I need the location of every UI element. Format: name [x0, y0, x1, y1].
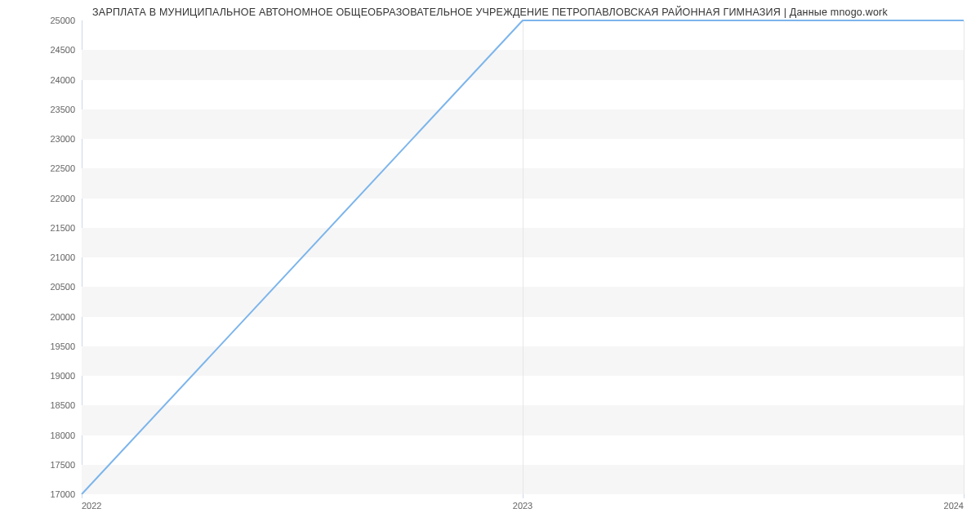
chart-title: ЗАРПЛАТА В МУНИЦИПАЛЬНОЕ АВТОНОМНОЕ ОБЩЕ…	[0, 7, 980, 18]
y-tick-label: 19500	[50, 341, 75, 351]
y-tick-label: 24500	[50, 45, 75, 55]
y-tick-label: 20500	[50, 282, 75, 292]
plot-area: 1700017500180001850019000195002000020500…	[82, 20, 964, 494]
y-tick-label: 19000	[50, 371, 75, 381]
y-tick-label: 20000	[50, 312, 75, 322]
line-svg	[82, 20, 964, 494]
y-tick-label: 22000	[50, 194, 75, 203]
y-tick-label: 21500	[50, 223, 75, 233]
grid-vline	[964, 20, 964, 494]
y-tick-label: 18000	[50, 431, 75, 440]
y-tick-label: 17500	[50, 460, 75, 470]
y-tick-label: 24000	[50, 75, 75, 85]
y-tick-label: 18500	[50, 400, 75, 410]
y-tick-label: 21000	[50, 252, 75, 262]
x-tick-label: 2022	[82, 501, 101, 511]
y-tick-label: 23000	[50, 134, 75, 144]
x-tick	[964, 494, 964, 498]
y-tick-label: 23500	[50, 105, 75, 114]
x-tick	[523, 494, 523, 498]
data-line	[82, 20, 964, 494]
y-tick-label: 22500	[50, 163, 75, 173]
y-tick-label: 17000	[50, 489, 75, 499]
x-tick-label: 2023	[513, 501, 532, 511]
x-tick	[82, 494, 82, 498]
x-tick-label: 2024	[944, 501, 964, 511]
y-tick-label: 25000	[50, 16, 75, 25]
plot-inner: 1700017500180001850019000195002000020500…	[82, 20, 964, 494]
